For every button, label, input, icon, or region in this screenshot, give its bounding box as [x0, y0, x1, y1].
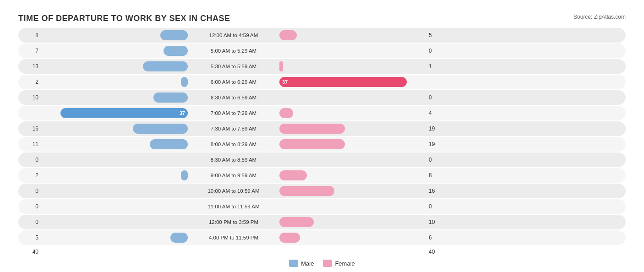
table-row: 37 7:00 AM to 7:29 AM 4	[18, 106, 626, 120]
left-value: 5	[18, 234, 41, 241]
left-bar-area	[41, 92, 188, 103]
male-value: 2	[35, 79, 38, 85]
female-value: 4	[429, 110, 432, 116]
right-value: 6	[426, 234, 449, 241]
female-value: 5	[429, 32, 432, 38]
left-bar-area: 37	[41, 108, 188, 118]
left-value: 2	[18, 172, 41, 179]
male-bar	[181, 170, 188, 180]
time-label: 9:00 AM to 9:59 AM	[188, 173, 279, 178]
female-value: 10	[429, 219, 435, 225]
left-bar-area	[41, 217, 188, 227]
left-value: 2	[18, 79, 41, 85]
left-bar-area	[41, 233, 188, 243]
left-bar-area	[41, 30, 188, 40]
time-label: 6:30 AM to 6:59 AM	[188, 95, 279, 100]
female-bar	[279, 186, 334, 196]
left-value: 10	[18, 94, 41, 101]
left-bar-area	[41, 77, 188, 87]
time-label: 5:00 AM to 5:29 AM	[188, 48, 279, 54]
right-value: 0	[426, 157, 449, 163]
legend-female: Female	[323, 260, 355, 267]
source-text: Source: ZipAtlas.com	[573, 14, 626, 20]
chart-title: TIME OF DEPARTURE TO WORK BY SEX IN CHAS…	[18, 14, 626, 23]
right-bar-area	[279, 170, 426, 180]
table-row: 8 12:00 AM to 4:59 AM 5	[18, 28, 626, 43]
bar-value-inside: 37	[279, 79, 290, 85]
female-value: 0	[429, 157, 432, 163]
male-value: 0	[35, 203, 38, 210]
male-value: 13	[33, 63, 38, 70]
axis-left-label: 40	[18, 249, 41, 255]
right-value: 0	[426, 48, 449, 54]
table-row: 11 8:00 AM to 8:29 AM 19	[18, 137, 626, 152]
right-bar-area	[279, 201, 426, 212]
male-bar	[133, 124, 188, 134]
right-value: 1	[426, 63, 449, 70]
right-bar-area	[279, 233, 426, 243]
female-value: 0	[429, 203, 432, 210]
right-bar-area	[279, 217, 426, 227]
time-label: 10:00 AM to 10:59 AM	[188, 188, 279, 194]
left-value: 13	[18, 63, 41, 70]
time-label: 8:30 AM to 8:59 AM	[188, 157, 279, 163]
right-value: 16	[426, 188, 449, 194]
time-label: 11:00 AM to 11:59 AM	[188, 204, 279, 209]
table-row: 7 5:00 AM to 5:29 AM 0	[18, 44, 626, 58]
male-value: 7	[35, 48, 38, 54]
left-value: 11	[18, 141, 41, 147]
right-bar-area: 37	[279, 77, 426, 87]
table-row: 0 8:30 AM to 8:59 AM 0	[18, 152, 626, 167]
left-value: 0	[18, 188, 41, 194]
right-bar-area	[279, 30, 426, 40]
time-label: 4:00 PM to 11:59 PM	[188, 235, 279, 240]
right-value: 0	[426, 203, 449, 210]
right-bar-area	[279, 108, 426, 118]
female-bar	[279, 108, 293, 118]
female-bar: 37	[279, 77, 407, 87]
female-value: 16	[429, 188, 435, 194]
right-value: 0	[426, 94, 449, 101]
left-value: 16	[18, 125, 41, 132]
right-bar-area	[279, 61, 426, 71]
legend-male-box	[289, 260, 298, 267]
table-row: 10 6:30 AM to 6:59 AM 0	[18, 90, 626, 105]
female-bar	[279, 61, 283, 71]
time-label: 6:00 AM to 6:29 AM	[188, 79, 279, 85]
female-value: 6	[429, 234, 432, 241]
male-value: 8	[35, 32, 38, 38]
table-row: 0 12:00 PM to 3:59 PM 10	[18, 215, 626, 229]
female-bar	[279, 233, 300, 243]
legend-male: Male	[289, 260, 314, 267]
female-value: 19	[429, 141, 435, 147]
female-bar	[279, 217, 314, 227]
legend: Male Female	[18, 260, 626, 267]
right-bar-area	[279, 155, 426, 165]
right-bar-area	[279, 139, 426, 149]
male-value: 0	[35, 219, 38, 225]
table-row: 2 6:00 AM to 6:29 AM 37	[18, 75, 626, 89]
left-value: 0	[18, 203, 41, 210]
right-value: 8	[426, 172, 449, 179]
chart-area: 8 12:00 AM to 4:59 AM 5 7 5:00 AM to 5:2…	[18, 28, 626, 245]
male-bar	[170, 233, 188, 243]
male-value: 10	[33, 94, 38, 101]
time-label: 8:00 AM to 8:29 AM	[188, 141, 279, 147]
right-value: 4	[426, 110, 449, 116]
male-bar	[181, 77, 188, 87]
right-value: 5	[426, 32, 449, 38]
bar-value-inside: 37	[177, 110, 188, 116]
male-value: 2	[35, 172, 38, 179]
legend-female-label: Female	[335, 260, 355, 267]
time-label: 12:00 PM to 3:59 PM	[188, 219, 279, 225]
left-bar-area	[41, 170, 188, 180]
female-value: 1	[429, 63, 432, 70]
left-bar-area	[41, 46, 188, 56]
left-bar-area	[41, 155, 188, 165]
male-value: 0	[35, 188, 38, 194]
male-bar: 37	[60, 108, 188, 118]
female-bar	[279, 30, 297, 40]
left-bar-area	[41, 61, 188, 71]
left-value: 8	[18, 32, 41, 38]
female-value: 0	[429, 48, 432, 54]
